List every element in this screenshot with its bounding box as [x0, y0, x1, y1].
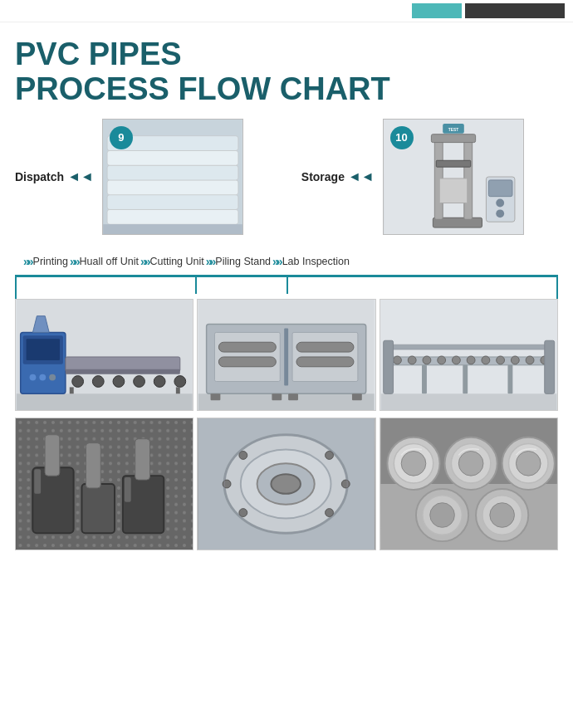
arrow-4: »» [272, 255, 281, 268]
svg-point-57 [393, 356, 401, 364]
process-haulloff: Huall off Unit [80, 256, 139, 267]
svg-rect-22 [17, 393, 193, 410]
svg-point-109 [458, 451, 483, 476]
storage-item: Storage ◄◄ 10 [301, 119, 524, 235]
storage-arrow: ◄◄ [348, 169, 375, 184]
svg-rect-55 [380, 393, 556, 410]
svg-rect-50 [211, 393, 221, 400]
svg-rect-51 [272, 393, 282, 400]
arrow-3: »» [206, 255, 214, 268]
bottom-image-3 [380, 418, 558, 550]
svg-rect-74 [383, 340, 393, 393]
process-cutting: Cutting Unit [149, 256, 203, 267]
svg-point-26 [30, 374, 37, 380]
dispatch-image: 9 [102, 119, 243, 235]
svg-point-36 [174, 375, 186, 387]
machines-row [0, 299, 573, 411]
top-items-row: Dispatch ◄◄ 9 Storage ◄◄ [0, 119, 573, 235]
process-printing: Printing [33, 256, 68, 267]
step-badge-10: 10 [390, 126, 414, 149]
dark-accent-block [465, 3, 565, 18]
svg-rect-54 [380, 300, 556, 410]
machine-image-1 [15, 299, 193, 411]
svg-rect-84 [86, 442, 100, 487]
process-lab: Lab Inspection [282, 256, 350, 267]
svg-rect-14 [439, 178, 468, 203]
arrow-2: »» [140, 255, 149, 268]
svg-point-18 [496, 209, 504, 217]
svg-point-35 [154, 375, 165, 387]
svg-point-32 [92, 375, 104, 387]
bracket-line-1 [195, 277, 197, 294]
svg-rect-86 [34, 469, 41, 494]
svg-rect-53 [352, 393, 362, 400]
svg-rect-83 [45, 434, 60, 475]
svg-rect-52 [288, 393, 298, 400]
svg-rect-70 [463, 364, 468, 393]
svg-point-106 [401, 451, 426, 476]
svg-point-93 [272, 474, 301, 494]
bottom-image-1 [15, 418, 193, 550]
svg-point-118 [490, 502, 515, 527]
storage-label: Storage ◄◄ [301, 169, 375, 184]
svg-point-58 [408, 356, 416, 364]
svg-rect-11 [463, 135, 472, 219]
bottom-image-2 [197, 418, 375, 550]
svg-point-66 [526, 356, 534, 364]
svg-point-63 [482, 356, 490, 364]
arrow-1: »» [70, 255, 78, 268]
svg-rect-10 [434, 135, 443, 219]
arrow-0: »» [23, 255, 32, 268]
svg-rect-85 [135, 438, 150, 479]
svg-rect-75 [544, 340, 554, 393]
svg-rect-38 [176, 387, 180, 393]
bottom-images-row [0, 414, 573, 550]
svg-point-65 [511, 356, 519, 364]
machine-image-2 [197, 299, 375, 411]
svg-rect-16 [488, 180, 512, 197]
svg-rect-49 [285, 328, 289, 385]
svg-point-62 [467, 356, 475, 364]
svg-rect-13 [436, 160, 470, 167]
svg-rect-48 [296, 357, 354, 367]
svg-rect-87 [125, 477, 131, 502]
svg-rect-41 [198, 393, 375, 410]
svg-rect-12 [431, 134, 475, 142]
bracket-divider [15, 276, 558, 299]
svg-point-17 [496, 198, 504, 207]
svg-rect-37 [70, 387, 74, 393]
svg-point-33 [113, 375, 125, 387]
svg-rect-71 [507, 364, 512, 393]
dispatch-label: Dispatch ◄◄ [15, 169, 94, 184]
svg-rect-45 [219, 342, 277, 352]
svg-rect-7 [103, 224, 242, 234]
step-badge-9: 9 [110, 126, 133, 149]
teal-accent-block [412, 3, 462, 18]
machine-image-3 [380, 299, 558, 411]
process-piling: Piling Stand [215, 256, 271, 267]
svg-text:TEST: TEST [448, 127, 458, 131]
svg-rect-46 [219, 357, 277, 367]
process-flow-row: »» Printing »» Huall off Unit »» Cutting… [15, 242, 558, 276]
svg-rect-1 [107, 209, 238, 224]
bracket-line-2 [286, 277, 288, 294]
svg-point-34 [134, 375, 145, 387]
page-title: PVC PIPES PROCESS FLOW CHART [15, 37, 558, 107]
svg-point-115 [429, 502, 454, 527]
dispatch-arrow: ◄◄ [67, 169, 94, 184]
svg-rect-5 [107, 150, 238, 165]
storage-image: 10 TEST [383, 119, 524, 235]
header-bar [0, 0, 573, 22]
svg-point-94 [239, 451, 247, 459]
svg-rect-73 [384, 344, 552, 349]
svg-point-64 [496, 356, 504, 364]
svg-rect-25 [27, 339, 60, 360]
title-section: PVC PIPES PROCESS FLOW CHART [0, 22, 573, 115]
svg-point-27 [39, 374, 46, 380]
svg-rect-4 [107, 165, 238, 180]
svg-point-61 [452, 356, 460, 364]
svg-rect-81 [82, 484, 115, 533]
svg-point-95 [326, 451, 334, 459]
svg-point-112 [516, 451, 541, 476]
svg-point-96 [239, 508, 247, 516]
